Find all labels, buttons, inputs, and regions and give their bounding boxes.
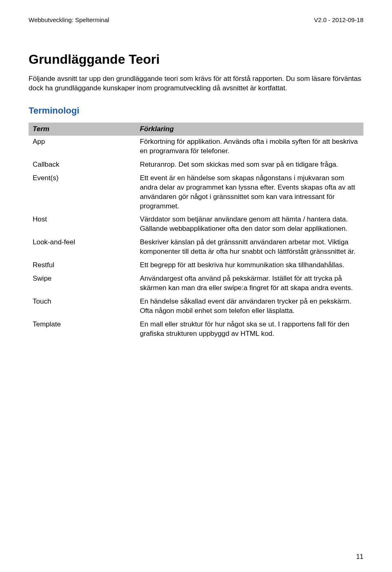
def-cell: En händelse såkallad event där användare…	[136, 295, 363, 318]
def-cell: Returanrop. Det som skickas med som svar…	[136, 159, 363, 172]
header-right: V2.0 - 2012-09-18	[314, 16, 363, 23]
def-cell: Förkortning för applikation. Används oft…	[136, 136, 363, 159]
term-cell: Callback	[29, 159, 136, 172]
section-heading: Terminologi	[29, 105, 363, 116]
col-header-term: Term	[29, 123, 136, 136]
table-row: Restful Ett begrepp för att beskriva hur…	[29, 259, 363, 273]
page-number: 11	[356, 553, 363, 561]
table-row: Host Värddator som betjänar användare ge…	[29, 213, 363, 236]
def-cell: Värddator som betjänar användare genom a…	[136, 213, 363, 236]
def-cell: Ett event är en händelse som skapas någo…	[136, 172, 363, 214]
table-row: Template En mall eller struktur för hur …	[29, 318, 363, 341]
term-cell: Touch	[29, 295, 136, 318]
def-cell: Ett begrepp för att beskriva hur kommuni…	[136, 259, 363, 273]
table-row: App Förkortning för applikation. Används…	[29, 136, 363, 159]
table-row: Touch En händelse såkallad event där anv…	[29, 295, 363, 318]
terminology-table: Term Förklaring App Förkortning för appl…	[29, 123, 363, 341]
term-cell: Swipe	[29, 273, 136, 295]
page-header: Webbutveckling: Spelterminal V2.0 - 2012…	[29, 16, 363, 23]
term-cell: Look-and-feel	[29, 236, 136, 259]
intro-paragraph: Följande avsnitt tar upp den grundläggan…	[29, 74, 363, 93]
table-row: Callback Returanrop. Det som skickas med…	[29, 159, 363, 172]
def-cell: En mall eller struktur för hur något ska…	[136, 318, 363, 341]
term-cell: App	[29, 136, 136, 159]
table-header-row: Term Förklaring	[29, 123, 363, 136]
table-row: Event(s) Ett event är en händelse som sk…	[29, 172, 363, 214]
table-row: Look-and-feel Beskriver känslan på det g…	[29, 236, 363, 259]
col-header-def: Förklaring	[136, 123, 363, 136]
term-cell: Event(s)	[29, 172, 136, 214]
header-left: Webbutveckling: Spelterminal	[29, 16, 109, 23]
document-page: Webbutveckling: Spelterminal V2.0 - 2012…	[0, 0, 392, 572]
term-cell: Restful	[29, 259, 136, 273]
page-title: Grundläggande Teori	[29, 52, 363, 67]
table-row: Swipe Användargest ofta använd på pekskä…	[29, 273, 363, 295]
def-cell: Beskriver känslan på det gränssnitt anvä…	[136, 236, 363, 259]
def-cell: Användargest ofta använd på pekskärmar. …	[136, 273, 363, 295]
term-cell: Host	[29, 213, 136, 236]
term-cell: Template	[29, 318, 136, 341]
